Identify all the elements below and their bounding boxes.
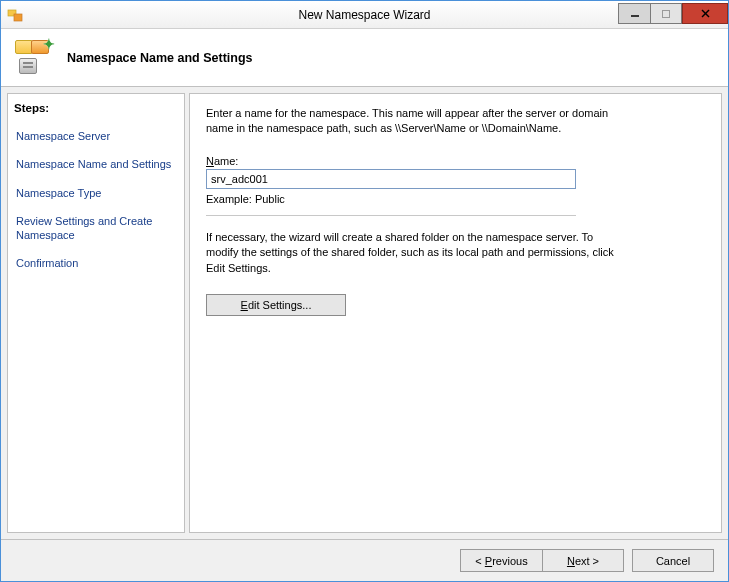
page-title: Namespace Name and Settings	[67, 51, 253, 65]
step-review-create[interactable]: Review Settings and Create Namespace	[14, 207, 178, 250]
wizard-header: ✦ Namespace Name and Settings	[1, 29, 728, 87]
titlebar: New Namespace Wizard	[1, 1, 728, 29]
cancel-button[interactable]: Cancel	[632, 549, 714, 572]
close-button[interactable]	[682, 3, 728, 24]
steps-sidebar: Steps: Namespace Server Namespace Name a…	[7, 93, 185, 533]
name-label: Name:	[206, 155, 705, 167]
description-text: Enter a name for the namespace. This nam…	[206, 106, 626, 137]
content-panel: Enter a name for the namespace. This nam…	[189, 93, 722, 533]
namespace-icon: ✦	[15, 40, 51, 76]
maximize-button[interactable]	[650, 3, 682, 24]
step-namespace-server[interactable]: Namespace Server	[14, 122, 178, 150]
previous-button[interactable]: < Previous	[460, 549, 542, 572]
edit-settings-button[interactable]: Edit Settings...	[206, 294, 346, 316]
step-namespace-type[interactable]: Namespace Type	[14, 179, 178, 207]
namespace-name-input[interactable]	[206, 169, 576, 189]
wizard-body: Steps: Namespace Server Namespace Name a…	[1, 87, 728, 539]
next-button[interactable]: Next >	[542, 549, 624, 572]
minimize-button[interactable]	[618, 3, 650, 24]
description2-text: If necessary, the wizard will create a s…	[206, 230, 616, 276]
svg-rect-1	[14, 14, 22, 21]
divider	[206, 215, 576, 216]
wizard-footer: < Previous Next > Cancel	[1, 539, 728, 581]
step-confirmation[interactable]: Confirmation	[14, 249, 178, 277]
svg-rect-3	[663, 10, 670, 17]
window-title: New Namespace Wizard	[298, 8, 430, 22]
step-namespace-name-settings[interactable]: Namespace Name and Settings	[14, 150, 178, 178]
steps-heading: Steps:	[14, 98, 178, 122]
example-text: Example: Public	[206, 193, 705, 205]
app-icon	[7, 7, 23, 23]
wizard-window: New Namespace Wizard ✦ Namespace Name an…	[0, 0, 729, 582]
